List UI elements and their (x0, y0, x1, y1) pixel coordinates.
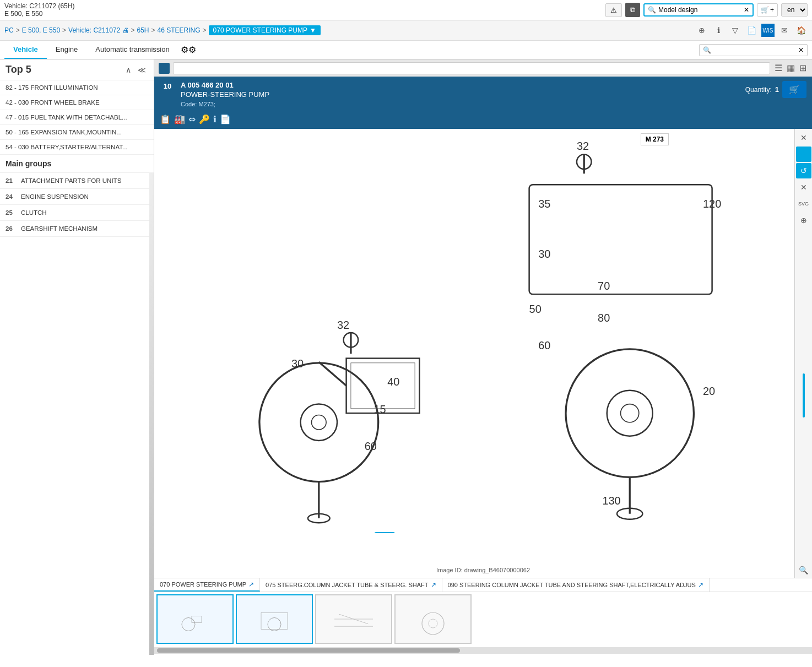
header-vehicle-info: Vehicle: C211072 (65H) E 500, E 550 (4, 2, 74, 18)
breadcrumb-46steering[interactable]: 46 STEERING (158, 26, 201, 34)
svg-text:20: 20 (703, 385, 715, 397)
scroll-indicator-bar (803, 373, 805, 417)
clear-search-icon[interactable]: ✕ (744, 6, 749, 14)
part-doc-icon[interactable]: 📋 (160, 114, 171, 124)
svg-btn[interactable]: SVG (796, 196, 811, 212)
bottom-tab-075[interactable]: 075 STEERG.COLUMN JACKET TUBE & STEERG. … (260, 578, 442, 592)
main-tabs: Vehicle Engine Automatic transmission ⚙ … (0, 41, 812, 59)
svg-rect-38 (261, 612, 288, 629)
svg-text:60: 60 (365, 440, 377, 452)
close-diagram-btn[interactable]: ✕ (796, 130, 811, 145)
top5-expand-btn[interactable]: ≪ (136, 64, 148, 75)
star-btn[interactable]: ★ (796, 147, 811, 162)
svg-text:40: 40 (387, 376, 399, 388)
filter-icon[interactable]: ▽ (728, 24, 741, 37)
part-code: Code: M273; (181, 101, 740, 107)
right-pump-group: 32 35 30 120 70 50 80 60 (529, 140, 722, 519)
breadcrumb-active[interactable]: 070 POWER STEERING PUMP ▼ (209, 25, 321, 35)
part-article: A 005 466 20 01 (181, 81, 740, 89)
svg-text:32: 32 (337, 319, 349, 331)
bottom-scrollbar-thumb[interactable] (157, 648, 460, 653)
svg-text:35: 35 (538, 198, 550, 210)
tab-search-box: 🔍 ✕ (699, 44, 808, 56)
top5-item-3[interactable]: 47 - 015 FUEL TANK WITH DETACHABL... (0, 110, 154, 125)
svg-text:120: 120 (703, 198, 721, 210)
info-icon[interactable]: ℹ (712, 24, 725, 37)
warning-button[interactable]: ⚠ (605, 3, 622, 17)
part-detail-panel: ☰ ▦ ⊞ 10 A 005 466 20 01 POWER-STEERING … (154, 59, 812, 129)
tab-search-clear[interactable]: ✕ (798, 46, 804, 54)
bottom-tab-070[interactable]: 070 POWER STEERING PUMP ↗ (154, 578, 260, 592)
part-search-input[interactable] (173, 62, 770, 74)
model-search-input[interactable] (658, 6, 741, 14)
tab-vehicle[interactable]: Vehicle (4, 41, 47, 59)
tab-search-input[interactable] (713, 46, 796, 54)
thumb-svg-2 (326, 600, 381, 638)
group-item-25[interactable]: 25 CLUTCH (0, 205, 149, 221)
copy-button[interactable]: ⧉ (625, 3, 640, 17)
top5-item-4[interactable]: 50 - 165 EXPANSION TANK,MOUNTIN... (0, 125, 154, 140)
top5-section-header: Top 5 ∧ ≪ (0, 59, 154, 80)
left-scrollbar[interactable] (149, 173, 154, 655)
list-view-icon[interactable]: ☰ (773, 62, 783, 74)
zoom-in-icon[interactable]: ⊕ (695, 24, 708, 37)
reload-btn[interactable]: ↺ (796, 163, 811, 178)
cart-plus-icon: + (770, 6, 774, 14)
breadcrumb-65h[interactable]: 65H (137, 26, 149, 34)
grid-view-icon[interactable]: ▦ (786, 62, 796, 74)
part-info: A 005 466 20 01 POWER-STEERING PUMP Code… (181, 81, 740, 107)
group-item-26[interactable]: 26 GEARSHIFT MECHANISM (0, 221, 149, 237)
wis-icon[interactable]: WIS (761, 24, 775, 37)
part-print-icon[interactable]: 📄 (220, 114, 231, 124)
part-exchange-icon[interactable]: ⇔ (188, 114, 196, 124)
cart-button[interactable]: 🛒 + (757, 3, 778, 17)
bottom-thumbs-row (154, 592, 812, 646)
tab-engine[interactable]: Engine (47, 41, 86, 59)
cross-btn[interactable]: ✕ (796, 180, 811, 195)
diagram-badge: M 273 (641, 133, 669, 145)
group-num-25: 25 (6, 209, 21, 216)
breadcrumb-model[interactable]: E 500, E 550 (22, 26, 60, 34)
thumb-070-left[interactable] (156, 594, 234, 644)
bottom-tab-090[interactable]: 090 STEERING COLUMN JACKET TUBE AND STEE… (442, 578, 710, 592)
language-select[interactable]: en de fr (781, 3, 808, 17)
detail-view-icon[interactable]: ⊞ (798, 62, 808, 74)
svg-line-5 (319, 362, 347, 386)
part-key-icon[interactable]: 🔑 (199, 114, 210, 124)
model-search-box: 🔍 ✕ (643, 3, 754, 17)
top5-item-5[interactable]: 54 - 030 BATTERY,STARTER/ALTERNAT... (0, 140, 154, 155)
home-icon[interactable]: 🏠 (794, 24, 808, 37)
tab-search-area: 🔍 ✕ (699, 44, 808, 56)
svg-text:130: 130 (602, 495, 620, 507)
group-item-24[interactable]: 24 ENGINE SUSPENSION (0, 189, 149, 205)
svg-point-32 (621, 404, 639, 422)
part-factory-icon[interactable]: 🏭 (174, 114, 185, 124)
add-to-cart-button[interactable]: 🛒 (782, 81, 806, 98)
thumb-090[interactable] (394, 594, 472, 644)
part-item-row: 10 A 005 466 20 01 POWER-STEERING PUMP C… (154, 77, 812, 129)
doc-icon[interactable]: 📄 (745, 24, 758, 37)
left-pump-group: 32 15 40 60 30 10 130 (259, 319, 420, 533)
top5-item-2[interactable]: 42 - 030 FRONT WHEEL BRAKE (0, 95, 154, 110)
tab-gear2-icon[interactable]: ⚙ (188, 45, 196, 55)
breadcrumb-vehicle[interactable]: Vehicle: C211072 🖨 (68, 26, 128, 34)
mail-icon[interactable]: ✉ (778, 24, 791, 37)
svg-point-0 (259, 363, 378, 482)
group-item-21[interactable]: 21 ATTACHMENT PARTS FOR UNITS (0, 173, 149, 189)
group-name-21: ATTACHMENT PARTS FOR UNITS (21, 177, 121, 184)
svg-point-1 (301, 404, 337, 441)
svg-text:50: 50 (529, 303, 542, 315)
top5-item-1[interactable]: 82 - 175 FRONT ILLUMINATION (0, 80, 154, 95)
vehicle-line2: E 500, E 550 (4, 10, 74, 18)
svg-text:30: 30 (538, 248, 550, 260)
tab-automatic[interactable]: Automatic transmission (86, 41, 178, 59)
breadcrumb-pc[interactable]: PC (4, 26, 14, 34)
top5-collapse-btn[interactable]: ∧ (123, 64, 133, 75)
tab-gear1-icon[interactable]: ⚙ (181, 45, 188, 55)
svg-point-44 (429, 619, 437, 628)
part-info2-icon[interactable]: ℹ (213, 114, 216, 124)
thumb-075[interactable] (315, 594, 392, 644)
thumb-070-right[interactable] (236, 594, 313, 644)
zoom-out-btn[interactable]: 🔍 (796, 562, 811, 578)
zoom-fit-btn[interactable]: ⊕ (796, 213, 811, 228)
